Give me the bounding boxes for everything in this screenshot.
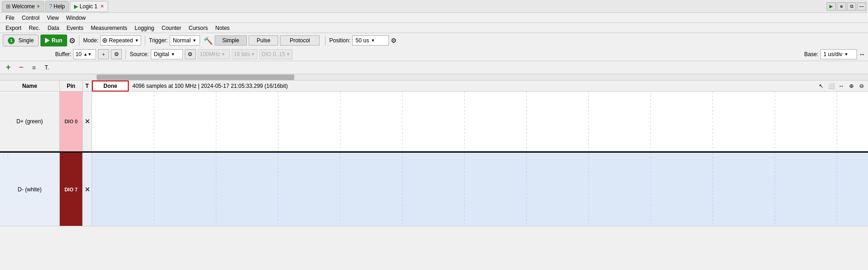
buffer-add-icon[interactable]: + [98, 49, 109, 59]
run-button[interactable]: Run [40, 34, 67, 46]
toolbar2-counter[interactable]: Counter [158, 24, 185, 32]
trigger-select-container[interactable]: Normal ▼ [170, 35, 200, 46]
position-settings-icon[interactable]: ⚙ [391, 37, 397, 44]
position-select-container[interactable]: 50 us ▼ [352, 35, 389, 46]
menu-window[interactable]: Window [63, 14, 90, 22]
window-controls: ▶ ■ ⧉ — [827, 2, 866, 11]
col-header-info: 4096 samples at 100 MHz | 2024-05-17 21:… [129, 80, 817, 92]
tab-help-label: Help [54, 3, 65, 10]
minimize-btn[interactable]: — [857, 2, 866, 11]
position-value: 50 us [355, 37, 369, 44]
single-badge: 1 [8, 37, 15, 44]
channel-0-name-text: D+ (green) [17, 118, 43, 125]
zoom-tool-icon[interactable]: ⬜ [827, 81, 836, 91]
freq-value: 100MHz [200, 51, 221, 57]
drag-handle-1: ⋮⋮ [1, 154, 10, 159]
channel-0-t[interactable]: ✕ [83, 92, 92, 151]
cursor-button[interactable]: ⌗ [29, 63, 40, 73]
hammer-icon[interactable]: 🔨 [204, 36, 213, 45]
base-dropdown-icon: ▼ [844, 52, 848, 57]
toolbar2-rec[interactable]: Rec. [25, 24, 44, 32]
measure-tool-icon[interactable]: ↔ [837, 81, 846, 91]
source-dropdown-icon: ▼ [171, 52, 175, 57]
zoom-in-icon[interactable]: ⊕ [847, 81, 856, 91]
base-value: 1 us/div [823, 51, 842, 57]
tab-logic1-close[interactable]: ✕ [100, 4, 104, 9]
col-header-t: T [83, 80, 92, 92]
channel-row-0: ⋮⋮ D+ (green) DIO 0 ✕ [0, 92, 868, 151]
restore-btn[interactable]: ⧉ [847, 2, 856, 11]
logic1-play-icon: ▶ [74, 3, 78, 10]
mode-label: Mode: [83, 37, 98, 44]
toolbar2-data[interactable]: Data [44, 24, 63, 32]
channel-1-t[interactable]: ✕ [83, 153, 92, 226]
base-select-container[interactable]: 1 us/div ▼ [820, 49, 857, 59]
run-btn[interactable]: ▶ [827, 2, 836, 11]
tab-welcome-label: Welcome [12, 3, 35, 10]
channel-row-1: ⋮⋮ D- (white) DIO 7 ✕ [0, 153, 868, 226]
run-label: Run [51, 37, 62, 44]
pulse-button[interactable]: Pulse [249, 35, 278, 46]
toolbar2-measurements[interactable]: Measurements [87, 24, 131, 32]
mode-select-container[interactable]: Repeated ▼ [100, 35, 141, 46]
main-toolbar: 1 Single Run ⚙ Mode: Repeated ▼ Trigger:… [0, 33, 868, 61]
channel-1-name-text: D- (white) [17, 186, 41, 193]
channel-1-grid [92, 153, 868, 226]
tab-logic1[interactable]: ▶ Logic 1 ✕ [70, 1, 108, 12]
source-select-container[interactable]: Digital ▼ [151, 49, 183, 59]
mode-radio-icon [103, 38, 107, 43]
sep1 [79, 35, 80, 46]
sep2 [145, 35, 145, 46]
toolbar2-export[interactable]: Export [2, 24, 25, 32]
dio-control: DIO 0..15 ▼ [259, 49, 292, 59]
buffer-value: 10 [75, 51, 81, 57]
position-label: Position: [329, 37, 350, 44]
buffer-settings-icon[interactable]: ⚙ [111, 49, 122, 59]
column-headers: Name Pin T Done 4096 samples at 100 MHz … [0, 80, 868, 92]
channel-1-signal [92, 153, 868, 226]
channel-0-grid [92, 92, 868, 151]
toolbar2-cursors[interactable]: Cursors [185, 24, 211, 32]
trigger-value: Normal [173, 37, 191, 44]
trigger-label: Trigger: [149, 37, 168, 44]
remove-channel-button[interactable]: − [16, 63, 27, 73]
source-settings-icon[interactable]: ⚙ [185, 49, 196, 59]
single-label: Single [18, 37, 34, 44]
simple-button[interactable]: Simple [215, 35, 247, 46]
run-play-icon [45, 38, 50, 43]
welcome-add-icon[interactable]: + [37, 3, 40, 10]
cursor-tool-icon[interactable]: ↖ [817, 81, 826, 91]
protocol-button[interactable]: Protocol [280, 35, 320, 46]
gear-settings-icon[interactable]: ⚙ [69, 36, 75, 45]
label-button[interactable]: T. [41, 63, 52, 73]
toolbar2-notes[interactable]: Notes [211, 24, 233, 32]
menu-file[interactable]: File [2, 14, 18, 22]
title-bar: ⊞ Welcome + ? Help ▶ Logic 1 ✕ ▶ ■ ⧉ — [0, 0, 868, 13]
toolbar2: Export Rec. Data Events Measurements Log… [0, 23, 868, 33]
tab-help[interactable]: ? Help [45, 1, 69, 12]
add-channel-button[interactable]: + [3, 63, 14, 73]
scrollbar-thumb[interactable] [97, 75, 294, 80]
sep3 [325, 35, 326, 46]
horizontal-scrollbar[interactable] [0, 74, 868, 80]
buffer-label: Buffer: [55, 51, 71, 57]
menu-view[interactable]: View [43, 14, 63, 22]
stop-btn[interactable]: ■ [837, 2, 846, 11]
channel-toolbar: + − ⌗ T. [0, 61, 868, 74]
header-icon-area: ↖ ⬜ ↔ ⊕ ⊖ [817, 81, 868, 91]
channel-0-signal [92, 92, 868, 151]
single-button[interactable]: 1 Single [3, 34, 39, 46]
zoom-out-icon[interactable]: ⊖ [857, 81, 866, 91]
toolbar2-events[interactable]: Events [63, 24, 87, 32]
channel-0-remove-icon[interactable]: ✕ [85, 118, 90, 125]
base-settings-icon[interactable]: ↔ [859, 51, 865, 58]
menu-bar: File Control View Window [0, 13, 868, 23]
channel-0-name: ⋮⋮ D+ (green) [0, 92, 60, 151]
drag-handle-0: ⋮⋮ [1, 1, 10, 6]
channel-0-pin: DIO 0 [60, 92, 83, 151]
channel-1-remove-icon[interactable]: ✕ [85, 186, 90, 193]
buffer-dropdown-icon: ▲▼ [84, 52, 92, 57]
buffer-select-container[interactable]: 10 ▲▼ [73, 49, 96, 59]
menu-control[interactable]: Control [18, 14, 43, 22]
toolbar2-logging[interactable]: Logging [131, 24, 158, 32]
